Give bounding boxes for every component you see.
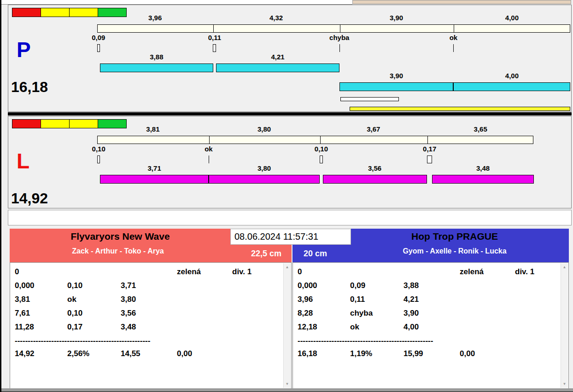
result-table-left: 0zelenádiv. 10,0000,103,713,81ok3,807,61… xyxy=(10,262,292,389)
titlebar xyxy=(1,0,352,5)
start-delta-marker xyxy=(453,44,454,52)
table-cell: 7,61 xyxy=(15,309,30,318)
split-ruler xyxy=(97,136,533,144)
split-time-label: 3,96 xyxy=(136,14,175,22)
split-time-label: 3,81 xyxy=(134,126,172,133)
start-delta-label: 0,09 xyxy=(79,34,118,42)
split-tick xyxy=(454,25,454,32)
result-table-right: 0zelenádiv. 10,0000,093,883,960,114,218,… xyxy=(292,262,569,389)
table-cell: 8,28 xyxy=(298,309,313,318)
lane-panel-l: L 14,92 3,810,103,713,80ok3,803,670,103,… xyxy=(8,116,572,208)
summary-cell: 15,99 xyxy=(403,349,423,358)
dog-time-label: 3,88 xyxy=(137,53,176,61)
titlebar-accent xyxy=(352,0,571,4)
table-cell: 4,00 xyxy=(403,323,419,332)
dog-time-label: 4,00 xyxy=(492,72,531,80)
table-cell: 0,10 xyxy=(67,309,82,318)
table-cell: ok xyxy=(67,295,76,304)
table-scrollbar-right[interactable]: ▲ ▼ xyxy=(561,263,568,388)
progress-bar-white xyxy=(340,97,399,101)
message-strip xyxy=(8,210,572,225)
split-ruler xyxy=(97,24,570,33)
table-cell: 11,28 xyxy=(15,323,34,332)
start-delta-marker xyxy=(97,44,100,52)
lane-divider xyxy=(8,112,572,115)
table-cell: 3,81 xyxy=(15,295,30,304)
split-time-label: 3,80 xyxy=(245,126,284,133)
split-time-label: 3,67 xyxy=(354,126,393,133)
dog-time-bar xyxy=(100,63,213,72)
start-delta-label: 0,11 xyxy=(195,34,234,42)
table-cell: 0 xyxy=(298,267,302,277)
split-tick xyxy=(320,136,321,144)
progress-bar-yellow xyxy=(350,107,570,111)
start-delta-marker xyxy=(427,156,432,163)
table-cell: 3,90 xyxy=(403,309,419,318)
table-separator: ----------------------------------------… xyxy=(298,336,433,346)
start-delta-marker xyxy=(213,44,216,52)
table-cell: 0,10 xyxy=(67,281,82,290)
table-cell: 0,000 xyxy=(298,281,317,290)
table-cell: ok xyxy=(350,323,359,332)
jump-height-left: 22,5 cm xyxy=(251,249,281,259)
split-tick xyxy=(209,136,210,144)
table-cell: 3,80 xyxy=(121,295,136,304)
dog-time-bar xyxy=(323,175,427,184)
dog-time-bar xyxy=(100,175,209,184)
table-cell: 0,000 xyxy=(15,281,35,290)
table-cell: 12,18 xyxy=(298,323,317,332)
start-delta-marker xyxy=(97,156,100,163)
dog-time-bar xyxy=(453,82,570,91)
table-cell: zelená xyxy=(177,267,201,277)
table-cell: 0,09 xyxy=(350,281,365,290)
table-cell: 3,88 xyxy=(403,281,419,290)
summary-cell: 14,92 xyxy=(15,349,35,358)
dog-time-label: 3,80 xyxy=(245,165,284,173)
split-tick xyxy=(340,25,340,32)
dog-time-label: 4,21 xyxy=(258,53,297,61)
table-cell: 3,96 xyxy=(298,295,313,304)
scroll-down-icon[interactable]: ▼ xyxy=(561,382,568,386)
start-delta-label: 0,10 xyxy=(79,145,118,153)
table-cell: chyba xyxy=(350,309,373,318)
dog-time-bar xyxy=(432,175,534,184)
lane-chart-l: 3,810,103,713,80ok3,803,670,103,563,650,… xyxy=(8,116,571,208)
scroll-up-icon[interactable]: ▲ xyxy=(284,265,291,269)
jump-height-right: 20 cm xyxy=(304,249,327,259)
summary-cell: 16,18 xyxy=(298,349,317,358)
lane-panel-p: P 16,18 3,960,093,884,320,114,213,90chyb… xyxy=(8,5,572,112)
team-name-left: Flyvaryors New Wave xyxy=(10,231,231,242)
split-tick xyxy=(213,25,214,32)
datetime-text: 08.06.2024 11:57:31 xyxy=(234,231,318,242)
split-tick xyxy=(427,136,428,144)
start-delta-label: 0,17 xyxy=(410,145,449,153)
summary-cell: 0,00 xyxy=(460,349,475,358)
table-cell: zelená xyxy=(460,267,484,277)
table-cell: 3,56 xyxy=(121,309,136,318)
team-name-right: Hop Trop PRAGUE xyxy=(344,231,565,242)
dog-time-label: 3,48 xyxy=(464,165,503,173)
start-delta-marker xyxy=(339,44,340,52)
start-delta-marker xyxy=(320,156,322,163)
timing-app-window: P 16,18 3,960,093,884,320,114,213,90chyb… xyxy=(0,0,573,392)
summary-cell: 0,00 xyxy=(177,349,192,358)
lane-chart-p: 3,960,093,884,320,114,213,90chyba3,904,0… xyxy=(8,5,571,111)
result-table-body-left: 0zelenádiv. 10,0000,103,713,81ok3,807,61… xyxy=(10,263,291,388)
table-separator: ----------------------------------------… xyxy=(15,336,150,346)
split-time-label: 3,65 xyxy=(461,126,500,133)
split-time-label: 4,00 xyxy=(492,14,531,22)
team-members-left: Zack - Arthur - Toko - Arya xyxy=(10,247,226,255)
dog-time-label: 3,56 xyxy=(356,165,394,173)
table-cell: 0,11 xyxy=(350,295,365,304)
scroll-down-icon[interactable]: ▼ xyxy=(284,382,291,386)
table-cell: 3,48 xyxy=(121,323,136,332)
footer-strip xyxy=(1,388,573,392)
start-delta-label: ok xyxy=(189,145,228,153)
datetime-display: 08.06.2024 11:57:31 xyxy=(230,229,351,245)
summary-cell: 14,55 xyxy=(121,349,140,358)
dog-time-label: 3,71 xyxy=(135,165,174,173)
result-table-body-right: 0zelenádiv. 10,0000,093,883,960,114,218,… xyxy=(293,263,568,388)
table-scrollbar-left[interactable]: ▲ ▼ xyxy=(283,263,291,388)
scroll-up-icon[interactable]: ▲ xyxy=(561,265,568,269)
table-cell: 0,17 xyxy=(67,323,82,332)
